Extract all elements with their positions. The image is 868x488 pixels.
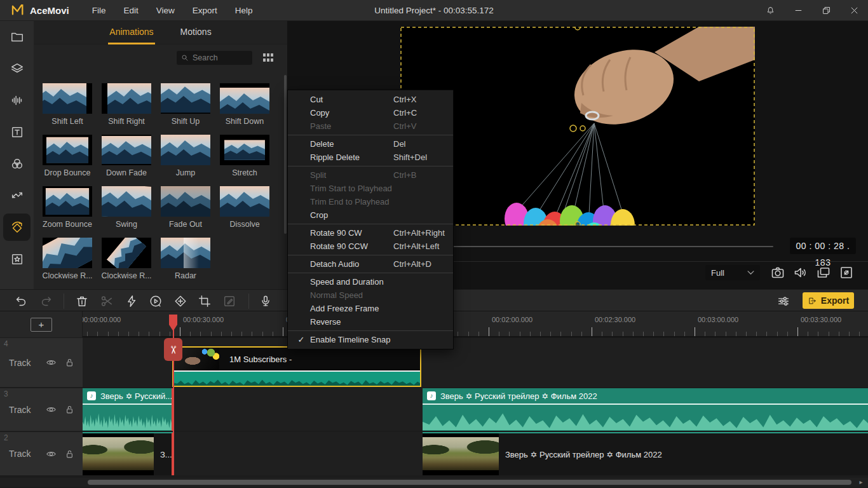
context-menu-item[interactable]: Rotate 90 CW Ctrl+Alt+Right (288, 226, 453, 240)
context-menu-item[interactable]: Trim End to Playhead (288, 195, 453, 208)
context-menu-item[interactable]: Split Ctrl+B (288, 168, 453, 182)
context-menu-item[interactable]: Trim Start to Playhead (288, 182, 453, 195)
animation-item[interactable]: Clockwise R... (102, 238, 151, 289)
anchor-handle[interactable] (570, 125, 576, 132)
animation-item[interactable]: Jump (161, 135, 210, 186)
animation-item[interactable]: Radar (161, 238, 210, 289)
panel-tab[interactable]: Animations (108, 21, 154, 44)
animation-thumbnail[interactable] (161, 186, 210, 217)
context-menu-item[interactable] (288, 166, 453, 166)
timeline-settings-button[interactable] (776, 294, 790, 308)
rail-effects-tab[interactable] (0, 243, 34, 275)
track-lock-toggle[interactable] (64, 404, 75, 415)
animation-thumbnail[interactable] (161, 83, 210, 114)
context-menu-item[interactable] (288, 330, 453, 331)
export-button[interactable]: Export (803, 292, 854, 309)
menu-bar-item[interactable]: File (83, 0, 115, 21)
audio-clip-right[interactable]: ♪ Зверь ✡ Русский трейлер ✡ Фильм 2022 (423, 388, 868, 431)
rail-animations-tab[interactable] (0, 212, 34, 243)
add-marker-button[interactable] (173, 294, 187, 308)
animation-thumbnail[interactable] (43, 238, 92, 268)
animation-thumbnail[interactable] (102, 83, 151, 114)
hscrollbar-arrow-right[interactable]: ▸ (857, 478, 865, 487)
restore-button[interactable] (812, 0, 840, 21)
quick-split-button[interactable] (125, 294, 139, 308)
animation-thumbnail[interactable] (161, 238, 210, 268)
rail-media-tab[interactable] (0, 21, 34, 53)
animation-thumbnail[interactable] (220, 135, 269, 165)
close-button[interactable] (840, 0, 868, 21)
rail-audio-tab[interactable] (0, 85, 34, 116)
preview-render-button[interactable] (149, 294, 163, 308)
audio-clip-left[interactable]: ♪ Зверь ✡ Русский... (83, 388, 173, 431)
animation-item[interactable]: Shift Right (102, 83, 151, 135)
context-menu-item[interactable] (288, 135, 453, 135)
animation-item[interactable]: Fade Out (161, 186, 210, 238)
dual-screen-button[interactable] (816, 265, 831, 280)
context-menu-item[interactable]: Add Freeze Frame (288, 302, 453, 315)
context-menu-item[interactable]: Ripple Delete Shift+Del (288, 151, 453, 164)
animation-item[interactable]: Shift Down (220, 83, 269, 135)
menu-bar-item[interactable]: Export (184, 0, 226, 21)
panel-scrollbar[interactable] (284, 75, 287, 234)
animation-thumbnail[interactable] (161, 135, 210, 165)
context-menu-item[interactable]: Delete Del (288, 137, 453, 151)
volume-button[interactable] (793, 265, 808, 280)
minimize-button[interactable] (784, 0, 812, 21)
animation-item[interactable]: Shift Up (161, 83, 210, 135)
voiceover-button[interactable] (259, 294, 273, 308)
animation-thumbnail[interactable] (102, 135, 151, 165)
track-lock-toggle[interactable] (64, 357, 75, 368)
context-menu-item[interactable]: Copy Ctrl+C (288, 106, 453, 119)
context-menu-item[interactable]: Rotate 90 CCW Ctrl+Alt+Left (288, 240, 453, 253)
context-menu-item[interactable]: Cut Ctrl+X (288, 93, 453, 106)
redo-button[interactable] (39, 294, 53, 308)
animation-thumbnail[interactable] (220, 83, 269, 114)
fullscreen-button[interactable] (839, 265, 854, 280)
context-menu-item[interactable]: Detach Audio Ctrl+Alt+D (288, 257, 453, 271)
notifications-button[interactable] (756, 0, 784, 21)
animation-thumbnail[interactable] (220, 186, 269, 217)
context-menu-item[interactable]: Crop (288, 208, 453, 222)
animation-item[interactable]: Clockwise R... (43, 238, 92, 289)
clip-1m-subscribers[interactable]: 1M Subscribers - (172, 346, 421, 387)
edit-button[interactable] (222, 294, 236, 308)
handle-bottom-center[interactable] (575, 222, 580, 226)
track-visibility-toggle[interactable] (46, 449, 57, 459)
context-menu-item[interactable] (288, 273, 453, 273)
menu-bar-item[interactable]: Help (226, 0, 262, 21)
panel-tab[interactable]: Motions (179, 21, 213, 44)
animation-item[interactable]: Stretch (220, 135, 269, 186)
context-menu-item[interactable]: Speed and Duration (288, 275, 453, 288)
grid-view-icon[interactable] (263, 53, 274, 62)
rotate-handle[interactable] (580, 126, 585, 131)
context-menu-item[interactable]: Paste Ctrl+V (288, 119, 453, 133)
handle-top-center[interactable] (575, 27, 580, 30)
timeline-hscrollbar[interactable]: ▸ (0, 478, 868, 487)
context-menu-item[interactable]: Reverse (288, 315, 453, 329)
snapshot-button[interactable] (770, 265, 785, 280)
context-menu-item[interactable] (288, 255, 453, 255)
context-menu-item[interactable]: Normal Speed (288, 288, 453, 302)
video-clip-left[interactable]: З... (83, 432, 173, 475)
rail-filters-tab[interactable] (0, 148, 34, 180)
video-clip-right[interactable]: Зверь ✡ Русский трейлер ✡ Фильм 2022 (423, 432, 868, 475)
animation-item[interactable]: Drop Bounce (43, 135, 92, 186)
cut-tool-badge[interactable]: ✂ (164, 338, 182, 361)
search-box[interactable] (177, 51, 252, 65)
animation-thumbnail[interactable] (102, 238, 151, 268)
zoom-fit-dropdown[interactable]: Full (705, 265, 760, 280)
animation-thumbnail[interactable] (102, 186, 151, 217)
track-lock-toggle[interactable] (64, 449, 75, 459)
undo-button[interactable] (14, 294, 28, 308)
delete-button[interactable] (75, 294, 89, 308)
rail-text-tab[interactable] (0, 116, 34, 148)
animation-item[interactable]: Zoom Bounce (43, 186, 92, 238)
rail-stock-tab[interactable] (0, 53, 34, 85)
animation-item[interactable]: Shift Left (43, 83, 92, 135)
crop-button[interactable] (198, 294, 212, 308)
split-button[interactable] (100, 294, 114, 308)
add-track-button[interactable]: + (31, 318, 52, 332)
search-input[interactable] (193, 53, 248, 62)
context-menu-item[interactable]: ✓ Enable Timeline Snap (288, 333, 453, 346)
